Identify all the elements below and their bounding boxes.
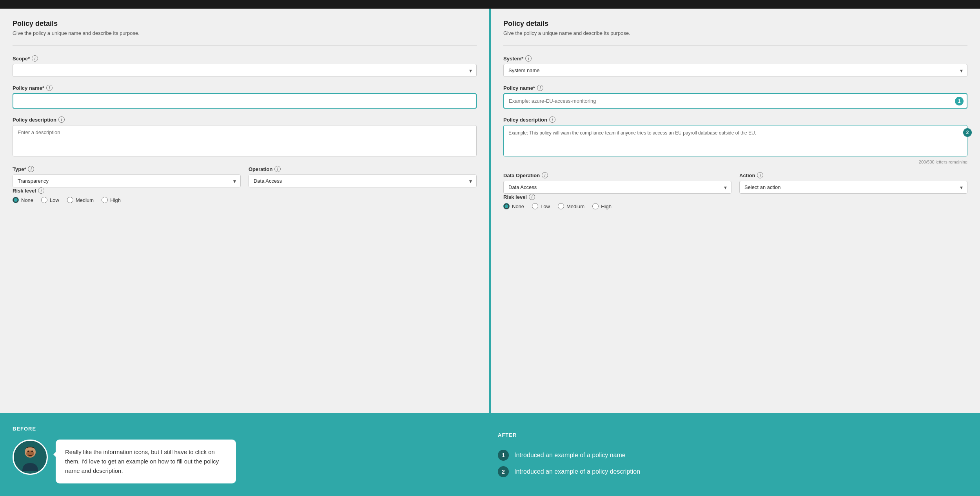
before-risk-high-radio[interactable] (102, 197, 108, 203)
before-risk-low-radio[interactable] (41, 197, 47, 203)
type-col: Type* i Transparency (13, 166, 241, 187)
before-risk-high[interactable]: High (102, 197, 121, 203)
before-policy-desc-group: Policy description i (13, 116, 477, 158)
svg-point-2 (27, 451, 29, 452)
main-content-area: Policy details Give the policy a unique … (0, 9, 980, 413)
policy-name-badge: 1 (955, 97, 964, 105)
after-item-1-text: Introduced an example of a policy name (514, 452, 626, 459)
operation-label: Operation i (249, 166, 477, 172)
before-policy-name-info-icon[interactable]: i (46, 85, 53, 91)
data-operation-col: Data Operation i Data Access (503, 172, 731, 194)
before-risk-medium-radio[interactable] (67, 197, 73, 203)
scope-group: Scope* i (13, 55, 477, 77)
before-label: BEFORE (13, 426, 482, 432)
action-label: Action i (739, 172, 967, 178)
type-operation-row: Type* i Transparency Operation i Data Ac… (13, 166, 477, 187)
after-policy-desc-label: Policy description i (503, 116, 967, 123)
after-policy-name-label: Policy name* i (503, 85, 967, 91)
action-select-wrapper: Select an action (739, 181, 967, 194)
svg-point-1 (26, 451, 34, 457)
scope-select-wrapper (13, 64, 477, 77)
system-info-icon[interactable]: i (525, 55, 532, 62)
after-item-2: 2 Introduced an example of a policy desc… (498, 466, 967, 477)
before-operation-select[interactable]: Data Access (249, 174, 477, 187)
after-policy-desc-group: Policy description i Example: This polic… (503, 116, 967, 164)
speech-bubble: Really like the information icons, but I… (56, 440, 236, 483)
before-policy-desc-textarea[interactable] (13, 125, 477, 156)
after-risk-medium[interactable]: Medium (558, 203, 584, 209)
before-panel: Policy details Give the policy a unique … (0, 9, 491, 413)
type-select[interactable]: Transparency (13, 174, 241, 187)
before-risk-label: Risk level i (13, 187, 477, 194)
after-panel-subtitle: Give the policy a unique name and descri… (503, 30, 967, 36)
before-panel-divider (13, 45, 477, 46)
scope-info-icon[interactable]: i (32, 55, 38, 62)
before-risk-low[interactable]: Low (41, 197, 59, 203)
after-policy-name-info-icon[interactable]: i (537, 85, 543, 91)
operation-info-icon[interactable]: i (274, 166, 281, 172)
after-risk-info-icon[interactable]: i (529, 194, 535, 200)
after-policy-desc-textarea[interactable]: Example: This policy will warn the compl… (503, 125, 967, 156)
before-risk-medium[interactable]: Medium (67, 197, 94, 203)
system-select-wrapper: System name (503, 64, 967, 77)
after-policy-name-group: Policy name* i 1 (503, 85, 967, 109)
after-items-list: 1 Introduced an example of a policy name… (498, 450, 967, 477)
after-risk-none[interactable]: None (503, 203, 524, 209)
data-operation-info-icon[interactable]: i (542, 172, 548, 178)
bottom-left: BEFORE (13, 426, 482, 483)
after-risk-high[interactable]: High (592, 203, 612, 209)
operation-select-wrapper: Data Access (249, 174, 477, 187)
textarea-counter: 200/500 letters remaining (503, 160, 967, 164)
bottom-right: AFTER 1 Introduced an example of a polic… (498, 426, 967, 483)
after-panel: Policy details Give the policy a unique … (491, 9, 980, 413)
after-risk-high-radio[interactable] (592, 203, 599, 209)
action-col: Action i Select an action (739, 172, 967, 194)
type-label: Type* i (13, 166, 241, 172)
data-operation-select-wrapper: Data Access (503, 181, 731, 194)
after-risk-low[interactable]: Low (532, 203, 550, 209)
after-data-operation-select[interactable]: Data Access (503, 181, 731, 194)
action-select[interactable]: Select an action (739, 181, 967, 194)
bottom-section: BEFORE (0, 413, 980, 496)
before-risk-none-radio[interactable] (13, 197, 19, 203)
after-risk-none-radio[interactable] (503, 203, 510, 209)
after-policy-desc-wrapper: Example: This policy will warn the compl… (503, 125, 967, 164)
before-panel-subtitle: Give the policy a unique name and descri… (13, 30, 477, 36)
after-risk-medium-radio[interactable] (558, 203, 564, 209)
scope-label: Scope* i (13, 55, 477, 62)
after-policy-name-input-wrapper: 1 (503, 93, 967, 109)
system-select[interactable]: System name (503, 64, 967, 77)
after-item-2-text: Introduced an example of a policy descri… (514, 468, 640, 475)
user-avatar (13, 440, 48, 475)
before-policy-name-input[interactable] (13, 93, 477, 109)
after-risk-label: Risk level i (503, 194, 967, 200)
svg-point-3 (31, 451, 33, 452)
before-policy-name-group: Policy name* i (13, 85, 477, 109)
type-info-icon[interactable]: i (28, 166, 34, 172)
after-panel-divider (503, 45, 967, 46)
after-risk-low-radio[interactable] (532, 203, 538, 209)
system-label: System* i (503, 55, 967, 62)
before-risk-options: None Low Medium High (13, 197, 477, 203)
after-risk-options: None Low Medium High (503, 203, 967, 209)
system-group: System* i System name (503, 55, 967, 77)
user-quote: Really like the information icons, but I… (65, 449, 219, 474)
before-risk-none[interactable]: None (13, 197, 33, 203)
before-panel-title: Policy details (13, 20, 477, 28)
data-operation-label: Data Operation i (503, 172, 731, 178)
after-panel-title: Policy details (503, 20, 967, 28)
before-risk-info-icon[interactable]: i (38, 187, 44, 194)
data-operation-action-row: Data Operation i Data Access Action i Se… (503, 172, 967, 194)
after-item-1-badge: 1 (498, 450, 509, 461)
before-policy-desc-info-icon[interactable]: i (58, 116, 65, 123)
policy-desc-badge: 2 (963, 128, 972, 137)
user-feedback: Really like the information icons, but I… (13, 440, 482, 483)
after-label: AFTER (498, 432, 967, 438)
after-policy-desc-info-icon[interactable]: i (549, 116, 555, 123)
after-item-1: 1 Introduced an example of a policy name (498, 450, 967, 461)
scope-select[interactable] (13, 64, 477, 77)
action-info-icon[interactable]: i (757, 172, 763, 178)
after-policy-name-input[interactable] (503, 93, 967, 109)
top-black-bar (0, 0, 980, 9)
before-policy-desc-label: Policy description i (13, 116, 477, 123)
